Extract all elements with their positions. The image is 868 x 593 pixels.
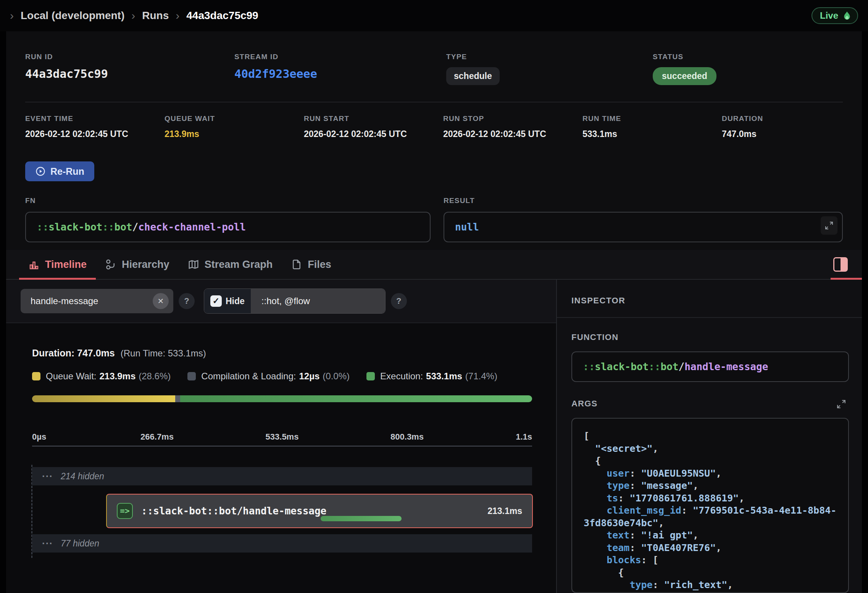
tab-files-label: Files xyxy=(308,259,331,271)
run-header: RUN ID 44a3dac75c99 STREAM ID 40d2f923ee… xyxy=(6,31,862,250)
span-row: => ::slack-bot::bot/handle-message 213.1… xyxy=(32,494,532,528)
compilation-segment xyxy=(175,395,180,402)
tab-hierarchy[interactable]: Hierarchy xyxy=(96,250,179,279)
tab-bar: Timeline Hierarchy Stream Graph xyxy=(6,250,862,280)
axis-tick: 1.1s xyxy=(516,432,532,442)
event-time-label: EVENT TIME xyxy=(25,114,165,123)
result-value: null xyxy=(455,221,479,233)
field-run-start: RUN START 2026-02-12 02:02:45 UTC xyxy=(304,114,443,139)
bar-chart-icon xyxy=(28,259,40,270)
field-run-id: RUN ID 44a3dac75c99 xyxy=(25,53,234,85)
tab-hierarchy-label: Hierarchy xyxy=(122,259,169,271)
flame-icon xyxy=(842,11,852,21)
expand-icon[interactable] xyxy=(821,216,837,235)
breadcrumb-environment[interactable]: Local (development) xyxy=(21,10,124,22)
fn-package: slack-bot xyxy=(595,361,649,372)
tab-stream-graph[interactable]: Stream Graph xyxy=(179,250,282,279)
search-input[interactable] xyxy=(30,295,153,307)
field-queue-wait: QUEUE WAIT 213.9ms xyxy=(165,114,304,139)
tab-timeline[interactable]: Timeline xyxy=(19,250,96,279)
inspector-title: INSPECTOR xyxy=(557,280,862,318)
axis-tick: 800.3ms xyxy=(390,432,424,442)
fn-module: bot xyxy=(115,221,132,233)
chevron-right-icon: › xyxy=(176,9,179,22)
live-label: Live xyxy=(820,10,838,21)
duration-value: 747.0ms xyxy=(722,129,843,139)
result-label: RESULT xyxy=(444,197,843,205)
field-status: STATUS succeeded xyxy=(653,53,843,85)
hide-pattern-box[interactable] xyxy=(251,289,385,313)
panel-right-icon xyxy=(833,257,848,272)
span-handle-message[interactable]: => ::slack-bot::bot/handle-message 213.1… xyxy=(106,494,533,528)
fn-sep: :: xyxy=(649,361,660,372)
field-event-time: EVENT TIME 2026-02-12 02:02:45 UTC xyxy=(25,114,165,139)
type-badge: schedule xyxy=(446,67,500,85)
field-duration: DURATION 747.0ms xyxy=(722,114,843,139)
axis-line xyxy=(32,446,532,446)
queue-wait-value: 213.9ms xyxy=(165,129,304,139)
live-badge[interactable]: Live xyxy=(812,7,858,24)
run-stop-value: 2026-02-12 02:02:45 UTC xyxy=(443,129,582,139)
args-code[interactable]: [ "<secret>", { user: "U0AEUL95NSU", typ… xyxy=(571,418,849,593)
axis-tick: 266.7ms xyxy=(140,432,174,442)
panel-toggle-button[interactable] xyxy=(832,256,849,273)
breadcrumb: › Local (development) › Runs › 44a3dac75… xyxy=(10,9,258,22)
hierarchy-icon xyxy=(105,259,116,270)
legend-queue-wait: Queue Wait: 213.9ms (28.6%) xyxy=(32,371,171,382)
topbar: › Local (development) › Runs › 44a3dac75… xyxy=(0,0,868,31)
run-id-value: 44a3dac75c99 xyxy=(25,67,234,81)
duration-title-value: 747.0ms xyxy=(77,348,115,358)
run-time-label: RUN TIME xyxy=(582,114,722,123)
compilation-swatch xyxy=(187,372,196,380)
field-stream-id: STREAM ID 40d2f923eeee xyxy=(234,53,446,85)
duration-title-label: Duration: xyxy=(32,348,74,358)
stream-id-link[interactable]: 40d2f923eeee xyxy=(234,67,446,81)
rerun-button[interactable]: Re-Run xyxy=(25,161,94,181)
duration-label: DURATION xyxy=(722,114,843,123)
main-panel: RUN ID 44a3dac75c99 STREAM ID 40d2f923ee… xyxy=(6,31,862,593)
fn-slash: / xyxy=(678,361,684,372)
runtime-note: (Run Time: 533.1ms) xyxy=(121,348,206,358)
hide-checkbox[interactable]: ✓ Hide xyxy=(204,289,251,313)
chevron-right-icon: › xyxy=(131,9,135,22)
fn-codebox: ::slack-bot::bot/check-channel-poll xyxy=(25,212,431,242)
timeline-body: Duration: 747.0ms (Run Time: 533.1ms) Qu… xyxy=(6,323,556,593)
timeline-rows: ··· 214 hidden => ::slack-bot::bot/handl… xyxy=(32,467,532,553)
hide-pattern-input[interactable] xyxy=(261,295,375,307)
search-box[interactable]: ✕ xyxy=(21,289,173,313)
clear-search-button[interactable]: ✕ xyxy=(153,293,169,309)
rerun-label: Re-Run xyxy=(50,166,84,177)
fn-sep: :: xyxy=(583,361,595,372)
run-stop-label: RUN STOP xyxy=(443,114,582,123)
duration-stacked-bar xyxy=(32,395,532,402)
breadcrumb-runs[interactable]: Runs xyxy=(142,10,169,22)
expand-icon[interactable] xyxy=(834,396,849,412)
fn-section: FN ::slack-bot::bot/check-channel-poll xyxy=(25,197,431,242)
fn-name: handle-message xyxy=(684,361,768,372)
stream-id-label: STREAM ID xyxy=(234,53,446,61)
hidden-spans-row-top[interactable]: ··· 214 hidden xyxy=(32,467,532,485)
run-time-value: 533.1ms xyxy=(582,129,722,139)
span-duration: 213.1ms xyxy=(487,506,522,516)
fn-package: slack-bot xyxy=(48,221,102,233)
fn-sep: :: xyxy=(102,221,114,233)
hidden-count-label: 77 hidden xyxy=(61,538,99,549)
args-section-label: ARGS xyxy=(571,399,597,409)
timeline-legend: Queue Wait: 213.9ms (28.6%) Compilation … xyxy=(32,371,532,382)
hide-help-icon[interactable]: ? xyxy=(391,293,407,309)
tab-files[interactable]: Files xyxy=(282,250,340,279)
search-help-icon[interactable]: ? xyxy=(179,293,195,309)
result-section: RESULT null xyxy=(444,197,843,242)
ellipsis-icon: ··· xyxy=(42,538,53,549)
tab-stream-graph-label: Stream Graph xyxy=(205,259,273,271)
content: ✕ ? ✓ Hide ? Duration: 747.0ms xyxy=(6,280,862,593)
function-section-label: FUNCTION xyxy=(571,332,849,342)
hidden-spans-row-bottom[interactable]: ··· 77 hidden xyxy=(32,534,532,553)
breadcrumb-run-id: 44a3dac75c99 xyxy=(186,10,258,22)
span-fn-label: ::slack-bot::bot/handle-message xyxy=(141,505,479,517)
arrow-badge-icon: => xyxy=(117,503,133,519)
event-time-value: 2026-02-12 02:02:45 UTC xyxy=(25,129,165,139)
type-label: TYPE xyxy=(446,53,653,61)
run-start-label: RUN START xyxy=(304,114,443,123)
run-start-value: 2026-02-12 02:02:45 UTC xyxy=(304,129,443,139)
